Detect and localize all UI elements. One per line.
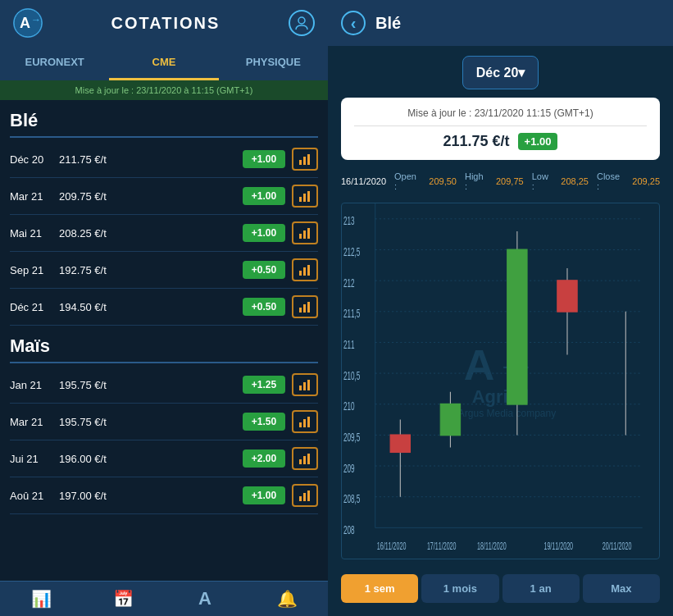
svg-rect-29 <box>303 493 306 501</box>
candlestick-chart: 213 212,5 212 211,5 211 210,5 210 209,5 … <box>342 203 659 559</box>
svg-rect-26 <box>303 456 306 464</box>
info-change: +1.00 <box>518 133 558 150</box>
info-box: Mise à jour le : 23/11/2020 11:15 (GMT+1… <box>341 98 660 160</box>
chart-button[interactable] <box>292 484 318 507</box>
svg-text:213: 213 <box>343 214 355 228</box>
info-price: 211.75 €/t <box>443 133 510 150</box>
period-selector[interactable]: Déc 20 ▾ <box>462 56 539 89</box>
table-row: Sep 21 192.75 €/t +0.50 <box>10 252 318 289</box>
svg-text:211,5: 211,5 <box>343 307 361 321</box>
tab-physique[interactable]: PHYSIQUE <box>219 46 328 80</box>
chart-button[interactable] <box>292 373 318 396</box>
left-panel: A → COTATIONS EURONEXT CME PHYSIQUE Mise… <box>0 0 328 616</box>
quote-change: +1.00 <box>243 150 285 168</box>
svg-rect-10 <box>299 234 302 239</box>
chart-area: A→ Agritel an Argus Media company <box>341 203 660 559</box>
quote-price: 196.00 €/t <box>59 453 243 465</box>
quote-change: +1.00 <box>243 224 285 242</box>
nav-charts[interactable]: 📊 <box>0 588 82 609</box>
time-btn-1sem[interactable]: 1 sem <box>341 574 418 603</box>
user-icon[interactable] <box>289 10 315 36</box>
svg-rect-19 <box>299 386 302 390</box>
svg-text:18/11/2020: 18/11/2020 <box>477 539 507 551</box>
svg-point-3 <box>298 17 305 24</box>
svg-rect-16 <box>299 308 302 313</box>
quote-period: Jui 21 <box>10 453 59 465</box>
table-row: Jui 21 196.00 €/t +2.00 <box>10 440 318 477</box>
info-update-text: Mise à jour le : 23/11/2020 11:15 (GMT+1… <box>354 107 647 126</box>
back-button[interactable]: ‹ <box>341 11 366 35</box>
quote-period: Mar 21 <box>10 416 59 428</box>
tab-euronext[interactable]: EURONEXT <box>0 46 109 80</box>
quote-period: Mar 21 <box>10 190 59 203</box>
svg-rect-7 <box>299 197 302 202</box>
info-price-row: 211.75 €/t +1.00 <box>354 133 647 150</box>
content-scroll: Blé Déc 20 211.75 €/t +1.00 Mar 21 209.7… <box>0 100 328 581</box>
quote-change: +1.50 <box>243 413 285 431</box>
svg-rect-4 <box>299 160 302 165</box>
table-row: Aoû 21 197.00 €/t +1.00 <box>10 477 318 514</box>
time-btn-max[interactable]: Max <box>583 574 660 603</box>
svg-text:209,5: 209,5 <box>343 430 361 444</box>
time-btn-1mois[interactable]: 1 mois <box>421 574 498 603</box>
quote-change: +0.50 <box>243 261 285 279</box>
home-icon: A <box>198 588 211 609</box>
svg-text:211: 211 <box>343 337 355 351</box>
nav-home[interactable]: A <box>164 588 246 609</box>
quote-change: +1.00 <box>243 187 285 205</box>
quote-period: Jan 21 <box>10 379 59 391</box>
ohlc-open-label: Open : <box>394 171 421 191</box>
table-row: Déc 20 211.75 €/t +1.00 <box>10 141 318 178</box>
svg-text:17/11/2020: 17/11/2020 <box>427 539 457 551</box>
ohlc-date: 16/11/2020 <box>341 176 386 186</box>
logo-icon: A → <box>13 8 43 38</box>
quote-price: 209.75 €/t <box>59 190 243 203</box>
chart-button[interactable] <box>292 148 318 171</box>
time-btn-1an[interactable]: 1 an <box>502 574 580 603</box>
calendar-icon: 📅 <box>113 589 134 609</box>
quote-price: 192.75 €/t <box>59 264 243 276</box>
svg-rect-22 <box>299 422 302 427</box>
quote-period: Mai 21 <box>10 227 59 240</box>
right-header: ‹ Blé <box>328 0 673 46</box>
svg-rect-30 <box>307 491 310 501</box>
svg-text:209: 209 <box>343 461 355 475</box>
chart-button[interactable] <box>292 221 318 244</box>
nav-calendar[interactable]: 📅 <box>82 588 164 609</box>
quote-change: +1.00 <box>243 486 285 504</box>
svg-rect-13 <box>299 271 302 276</box>
svg-rect-12 <box>307 228 310 239</box>
svg-rect-15 <box>307 265 310 276</box>
chart-button[interactable] <box>292 447 318 470</box>
ohlc-low-value: 208,25 <box>561 176 589 186</box>
quote-price: 194.50 €/t <box>59 301 243 313</box>
nav-alerts[interactable]: 🔔 <box>246 588 328 609</box>
quote-price: 211.75 €/t <box>59 153 243 166</box>
right-content: Déc 20 ▾ Mise à jour le : 23/11/2020 11:… <box>328 46 673 616</box>
svg-text:212: 212 <box>343 276 355 290</box>
svg-text:A: A <box>20 15 30 31</box>
chart-button[interactable] <box>292 185 318 208</box>
svg-rect-64 <box>507 249 527 404</box>
right-panel: ‹ Blé Déc 20 ▾ Mise à jour le : 23/11/20… <box>328 0 673 616</box>
svg-rect-6 <box>307 154 310 165</box>
svg-rect-23 <box>303 419 306 427</box>
time-buttons: 1 sem 1 mois 1 an Max <box>341 568 660 606</box>
section-title-mais: Maïs <box>10 326 318 362</box>
chart-button[interactable] <box>292 258 318 281</box>
quote-change: +0.50 <box>243 298 285 316</box>
update-bar: Mise à jour le : 23/11/2020 à 11:15 (GMT… <box>0 80 328 100</box>
quote-period: Sep 21 <box>10 264 59 276</box>
quote-period: Déc 20 <box>10 153 59 166</box>
svg-text:19/11/2020: 19/11/2020 <box>543 539 573 551</box>
quote-price: 197.00 €/t <box>59 490 243 502</box>
chart-button[interactable] <box>292 410 318 433</box>
svg-rect-28 <box>299 496 302 501</box>
ohlc-open-value: 209,50 <box>429 176 457 186</box>
svg-text:20/11/2020: 20/11/2020 <box>603 539 632 551</box>
svg-rect-27 <box>307 454 310 464</box>
svg-rect-9 <box>307 191 310 202</box>
right-title: Blé <box>375 14 401 33</box>
chart-button[interactable] <box>292 295 318 318</box>
tab-cme[interactable]: CME <box>109 46 218 80</box>
